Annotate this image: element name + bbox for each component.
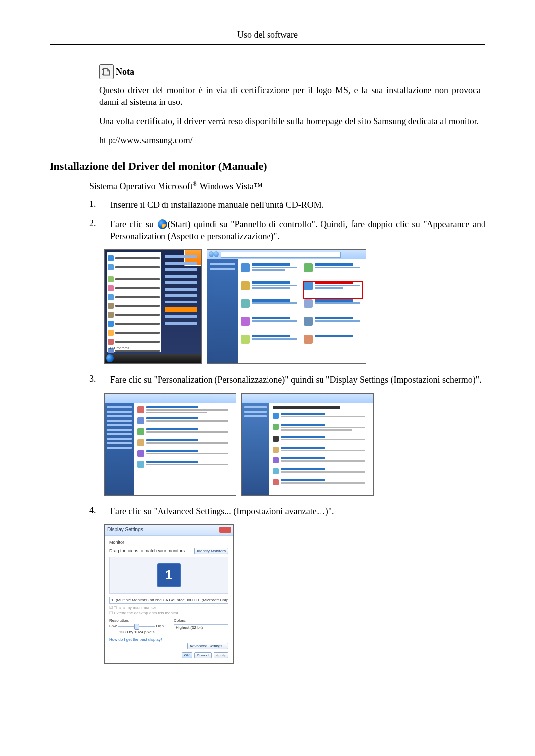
appear-heading	[273, 406, 340, 409]
pers-item-5[interactable]	[137, 450, 233, 457]
ds-resolution-value: 1280 by 1024 pixels	[109, 630, 164, 634]
ds-monitor-1-icon[interactable]: 1	[157, 563, 181, 587]
cp-programs[interactable]	[241, 335, 300, 352]
taskbar	[105, 354, 201, 363]
appear-item-sounds[interactable]	[273, 447, 369, 453]
start-menu-left-pane: All Programs	[107, 252, 161, 352]
ds-monitor-preview[interactable]: 1	[109, 557, 228, 594]
identify-monitors-button[interactable]: Identify Monitors	[194, 548, 228, 554]
appear-item-mouse[interactable]	[273, 457, 369, 463]
appear-item-color[interactable]	[273, 413, 369, 419]
pers-item-3[interactable]	[137, 428, 233, 435]
ds-colors-select[interactable]: Highest (32 bit)	[174, 624, 228, 631]
cp-network-internet[interactable]	[241, 299, 300, 316]
ds-check-extend[interactable]: ☐ Extend the desktop onto this monitor	[109, 611, 228, 615]
ds-device-select[interactable]: 1. (Multiple Monitors) on NVIDIA GeForce…	[109, 597, 228, 604]
step-3-number: 3.	[89, 374, 102, 386]
step-4-number: 4.	[89, 505, 102, 517]
screenshot-control-panel	[207, 249, 366, 364]
note-paragraph-1: Questo driver del monitor è in via di ce…	[99, 84, 481, 108]
cp-appearance-personalization[interactable]	[304, 281, 363, 298]
screenshot-personalization	[104, 393, 236, 496]
intro-prefix: Sistema Operativo Microsoft	[89, 181, 193, 191]
step-1-number: 1.	[89, 199, 102, 211]
pers-item-2[interactable]	[137, 417, 233, 424]
cp-hardware-sound[interactable]	[241, 317, 300, 334]
cp-titlebar	[207, 250, 366, 260]
ds-help-link[interactable]: How do I get the best display?	[109, 637, 162, 642]
note-label: Nota	[116, 67, 134, 77]
note-paragraph-2: Una volta certificato, il driver verrà r…	[99, 115, 481, 127]
appear-item-theme[interactable]	[273, 468, 369, 474]
ok-button[interactable]: OK	[182, 652, 193, 658]
ds-slider-low: Low	[109, 624, 117, 628]
ds-resolution-label: Resolution:	[109, 618, 164, 623]
pers-item-6[interactable]	[137, 461, 233, 468]
cp-ease-of-access[interactable]	[304, 317, 363, 334]
pers-left-pane	[105, 403, 134, 495]
pers-titlebar	[105, 394, 236, 404]
ds-resolution-slider[interactable]: Low High	[109, 624, 164, 628]
step-3-text: Fare clic su "Personalization (Personali…	[110, 374, 485, 386]
start-menu-all-programs[interactable]: All Programs	[109, 346, 129, 350]
start-menu-control-panel-highlight[interactable]	[165, 307, 197, 312]
start-orb-icon	[158, 219, 167, 229]
ds-title-text: Display Settings	[107, 527, 143, 532]
ds-tab-monitor[interactable]: Monitor	[109, 540, 228, 545]
screenshot-appearance	[241, 393, 374, 496]
step-2-pre: Fare clic su	[110, 219, 157, 229]
appear-titlebar	[242, 394, 373, 404]
cp-additional-options[interactable]	[304, 335, 363, 352]
section-intro: Sistema Operativo Microsoft® Windows Vis…	[89, 180, 485, 192]
cp-body	[238, 259, 366, 363]
footer-divider	[50, 727, 485, 727]
start-menu-right-pane	[163, 252, 199, 352]
ds-titlebar: Display Settings	[105, 525, 233, 536]
screenshot-display-settings: Display Settings Monitor Drag the icons …	[104, 524, 234, 664]
note-url: http://www.samsung.com/	[99, 134, 481, 146]
pers-item-1[interactable]	[137, 406, 233, 413]
ds-drag-text: Drag the icons to match your monitors.	[109, 548, 186, 553]
pers-body	[134, 403, 236, 495]
header-divider	[50, 44, 485, 45]
cp-security[interactable]	[241, 281, 300, 298]
cp-address-bar[interactable]	[221, 252, 341, 258]
step-2-number: 2.	[89, 218, 102, 243]
appear-left-pane	[242, 403, 269, 495]
start-orb-icon[interactable]	[106, 354, 114, 362]
page-header: Uso del software	[50, 30, 485, 40]
appear-item-screensaver[interactable]	[273, 436, 369, 442]
cancel-button[interactable]: Cancel	[194, 652, 212, 658]
step-2-text: Fare clic su (Start) quindi su "Pannello…	[110, 218, 485, 243]
appear-item-display-settings[interactable]	[273, 479, 369, 485]
step-1-text: Inserire il CD di installazione manuale …	[110, 199, 485, 211]
apply-button[interactable]: Apply	[214, 652, 228, 658]
pers-item-4[interactable]	[137, 439, 233, 446]
step-4-text: Fare clic su "Advanced Settings... (Impo…	[110, 505, 485, 517]
cp-clock-language[interactable]	[304, 299, 363, 316]
appear-item-background[interactable]	[273, 424, 369, 431]
appear-body	[269, 403, 373, 495]
cp-system-maintenance[interactable]	[241, 263, 300, 280]
screenshot-start-menu: All Programs	[104, 249, 202, 364]
ds-slider-high: High	[156, 624, 164, 628]
ds-colors-label: Colors:	[174, 618, 228, 623]
close-icon[interactable]	[219, 527, 231, 533]
cp-nav-buttons[interactable]	[209, 251, 219, 257]
ds-check-main[interactable]: ☑ This is my main monitor	[109, 605, 228, 610]
note-icon	[99, 64, 114, 79]
advanced-settings-button[interactable]: Advanced Settings...	[187, 643, 228, 649]
cp-left-pane	[207, 259, 238, 363]
cp-user-accounts[interactable]	[304, 263, 363, 280]
intro-suffix: Windows Vista™	[198, 181, 263, 191]
section-title: Installazione del Driver del monitor (Ma…	[50, 160, 485, 173]
